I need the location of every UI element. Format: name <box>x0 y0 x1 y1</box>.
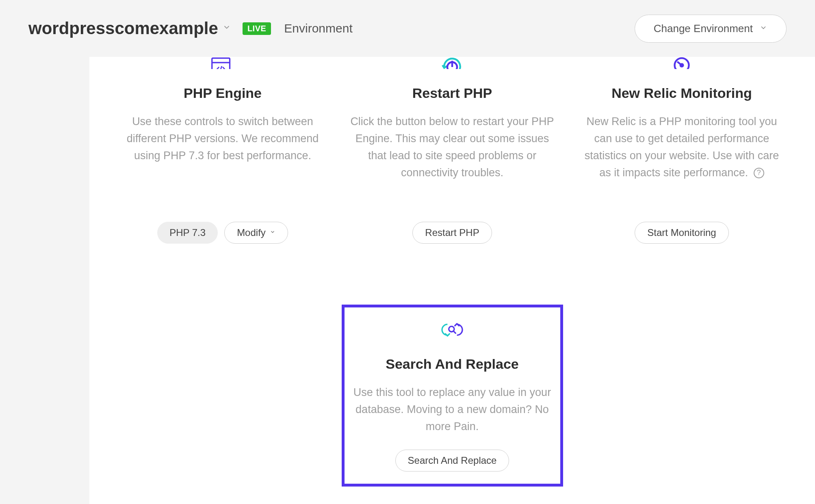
card-description: Use these controls to switch between dif… <box>120 113 325 203</box>
card-title: PHP Engine <box>184 85 262 101</box>
card-actions: PHP 7.3 Modify <box>157 222 288 244</box>
chevron-down-icon <box>222 23 231 34</box>
svg-line-11 <box>453 331 455 333</box>
chevron-down-icon <box>759 24 767 34</box>
start-monitoring-button[interactable]: Start Monitoring <box>635 222 728 244</box>
chevron-down-icon <box>270 229 275 236</box>
change-environment-button[interactable]: Change Environment <box>635 15 787 43</box>
restart-php-icon <box>438 53 466 69</box>
new-relic-icon <box>668 53 696 69</box>
environment-label: Environment <box>284 22 352 35</box>
header-left: wordpresscomexample LIVE Environment <box>28 19 353 38</box>
search-and-replace-button[interactable]: Search And Replace <box>395 450 509 472</box>
restart-php-button[interactable]: Restart PHP <box>412 222 492 244</box>
card-actions: Search And Replace <box>395 450 509 472</box>
modify-label: Modify <box>237 227 266 238</box>
change-environment-label: Change Environment <box>654 22 753 35</box>
card-description: Use this tool to replace any value in yo… <box>353 384 552 435</box>
header-bar: wordpresscomexample LIVE Environment Cha… <box>0 0 815 57</box>
card-new-relic: New Relic Monitoring New Relic is a PHP … <box>571 57 793 252</box>
modify-button[interactable]: Modify <box>224 222 288 244</box>
tools-grid-row-2: Search And Replace Use this tool to repl… <box>106 305 799 487</box>
site-name: wordpresscomexample <box>28 19 218 38</box>
main-panel: PHP Engine Use these controls to switch … <box>89 57 815 504</box>
tools-grid-row-1: PHP Engine Use these controls to switch … <box>106 57 799 252</box>
card-search-replace: Search And Replace Use this tool to repl… <box>342 305 563 487</box>
card-description-text: New Relic is a PHP monitoring tool you c… <box>585 115 779 179</box>
svg-line-3 <box>220 66 221 69</box>
card-title: Restart PHP <box>412 85 492 101</box>
live-badge: LIVE <box>243 22 271 35</box>
card-restart-php: Restart PHP Click the button below to re… <box>342 57 563 252</box>
card-description: Click the button below to restart your P… <box>350 113 555 203</box>
card-actions: Restart PHP <box>412 222 492 244</box>
card-title: Search And Replace <box>386 356 519 372</box>
php-engine-icon <box>208 53 237 69</box>
card-php-engine: PHP Engine Use these controls to switch … <box>112 57 334 252</box>
card-actions: Start Monitoring <box>635 222 728 244</box>
card-description: New Relic is a PHP monitoring tool you c… <box>579 113 785 203</box>
php-version-tag: PHP 7.3 <box>157 222 218 244</box>
search-replace-icon <box>438 316 466 344</box>
card-title: New Relic Monitoring <box>611 85 752 101</box>
site-selector[interactable]: wordpresscomexample <box>28 19 231 38</box>
help-icon[interactable]: ? <box>754 168 764 178</box>
